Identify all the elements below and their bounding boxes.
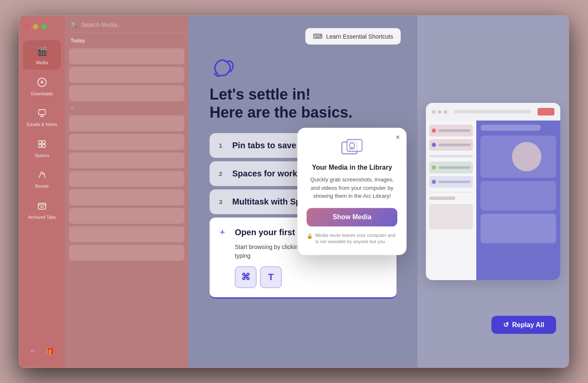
preview-dot-red (432, 129, 436, 133)
media-icon: 🎬 (35, 45, 49, 58)
sidebar-item-spaces-label: Spaces (34, 153, 49, 158)
archived-icon (35, 199, 49, 212)
svg-point-10 (349, 143, 354, 148)
app-window: 🎬 Media Downloads (19, 15, 569, 368)
media-search-bar[interactable]: 🔍 (65, 16, 189, 33)
media-item[interactable] (69, 171, 184, 187)
media-modal[interactable]: × Your Media in the Library Quic (297, 128, 407, 255)
easels-icon (35, 106, 49, 120)
sidebar-item-easels-label: Easels & Notes (27, 122, 57, 127)
media-item[interactable] (69, 85, 184, 101)
main-content: ⌨ Learn Essential Shortcuts Let's settle… (189, 16, 569, 367)
replay-button[interactable]: ↺ Replay All (491, 316, 556, 334)
media-item[interactable] (69, 208, 184, 224)
media-item[interactable] (69, 226, 184, 242)
tutorial-num-3: 3 (219, 198, 226, 205)
media-item[interactable] (69, 115, 184, 131)
spaces-icon (35, 137, 49, 151)
preview-right-panel (476, 121, 560, 280)
preview-card (426, 103, 560, 280)
preview-badge (538, 108, 554, 115)
preview-card-sm2 (480, 214, 556, 243)
maximize-button[interactable] (41, 24, 47, 29)
preview-dots (432, 110, 447, 114)
svg-rect-3 (42, 141, 45, 144)
media-item[interactable] (69, 134, 184, 150)
sidebar-item-downloads[interactable]: Downloads (23, 71, 61, 101)
preview-card-header (426, 103, 560, 121)
svg-rect-1 (39, 110, 45, 115)
preview-row-text (438, 144, 470, 146)
preview-title-bar (480, 125, 541, 131)
sidebar-item-archived-label: Archived Tabs (28, 215, 56, 220)
sidebar-item-media[interactable]: 🎬 Media (23, 40, 61, 70)
modal-close-button[interactable]: × (396, 134, 400, 141)
svg-rect-6 (38, 203, 46, 209)
media-item[interactable] (69, 152, 184, 168)
modal-icon (307, 138, 397, 158)
media-year-label: Y... (65, 102, 189, 114)
preview-separator (429, 192, 473, 192)
replay-label: Replay All (512, 321, 544, 329)
search-input[interactable] (81, 21, 183, 28)
tutorial-num-2: 2 (219, 170, 226, 177)
svg-rect-2 (39, 141, 42, 144)
lock-icon: 🔒 (307, 233, 313, 240)
preview-thumb (429, 197, 455, 200)
preview-row-text (438, 129, 470, 132)
media-panel: 🔍 Today Y... (65, 16, 189, 367)
preview-dot-blue (432, 143, 436, 147)
sidebar-item-spaces[interactable]: Spaces (23, 133, 61, 163)
preview-dot-purple (432, 180, 436, 184)
preview-thumb-large (429, 204, 473, 229)
sidebar-item-downloads-label: Downloads (31, 91, 53, 97)
sidebar-item-boosts-label: Boosts (35, 184, 49, 189)
preview-dot-2 (438, 110, 441, 114)
svg-rect-4 (39, 144, 42, 147)
expanded-plus-icon: + (220, 227, 228, 238)
keyboard-icon: ⌨ (313, 32, 323, 40)
preview-row-text (438, 181, 470, 183)
preview-dot-green (432, 165, 436, 170)
preview-dot-3 (444, 110, 447, 114)
preview-circle (512, 142, 541, 171)
preview-dot-1 (432, 110, 436, 114)
tutorial-num-1: 1 (219, 142, 226, 149)
preview-row (429, 139, 473, 151)
shortcuts-button[interactable]: ⌨ Learn Essential Shortcuts (305, 28, 401, 45)
sidebar-item-media-label: Media (36, 60, 48, 66)
search-icon: 🔍 (71, 21, 78, 28)
preview-row (429, 176, 473, 188)
sidebar-item-archived[interactable]: Archived Tabs (23, 195, 61, 224)
show-media-button[interactable]: Show Media (307, 208, 397, 226)
key-shortcuts: ⌘ T (235, 266, 386, 288)
sidebar-item-easels[interactable]: Easels & Notes (23, 102, 61, 131)
onboarding-title: Let's settle in! Here are the basics. (210, 85, 396, 121)
modal-title: Your Media in the Library (307, 164, 397, 171)
media-item[interactable] (69, 189, 184, 205)
preview-url-bar (454, 110, 531, 113)
preview-hero (480, 136, 556, 178)
sidebar: 🎬 Media Downloads (19, 16, 65, 367)
sidebar-item-boosts[interactable]: Boosts (23, 164, 61, 193)
replay-icon: ↺ (503, 321, 509, 329)
preview-left-panel (426, 121, 476, 280)
media-item[interactable] (69, 48, 184, 64)
shortcuts-btn-label: Learn Essential Shortcuts (326, 33, 393, 40)
media-item[interactable] (69, 245, 184, 261)
preview-card-sm (480, 181, 556, 210)
gift-button[interactable]: 🎁 (45, 346, 55, 356)
preview-row (429, 162, 473, 173)
preview-row (429, 125, 473, 136)
back-button[interactable]: ← (29, 346, 37, 356)
modal-footer: 🔒 Media never leaves your computer and i… (307, 232, 397, 245)
svg-rect-5 (42, 144, 45, 147)
media-item[interactable] (69, 67, 184, 83)
close-button[interactable] (24, 24, 30, 29)
preview-panel: ↺ Replay All (417, 16, 569, 367)
key-cmd: ⌘ (235, 266, 257, 288)
preview-divider (429, 155, 473, 157)
minimize-button[interactable] (33, 24, 38, 29)
arc-logo (210, 58, 396, 80)
downloads-icon (35, 76, 49, 89)
